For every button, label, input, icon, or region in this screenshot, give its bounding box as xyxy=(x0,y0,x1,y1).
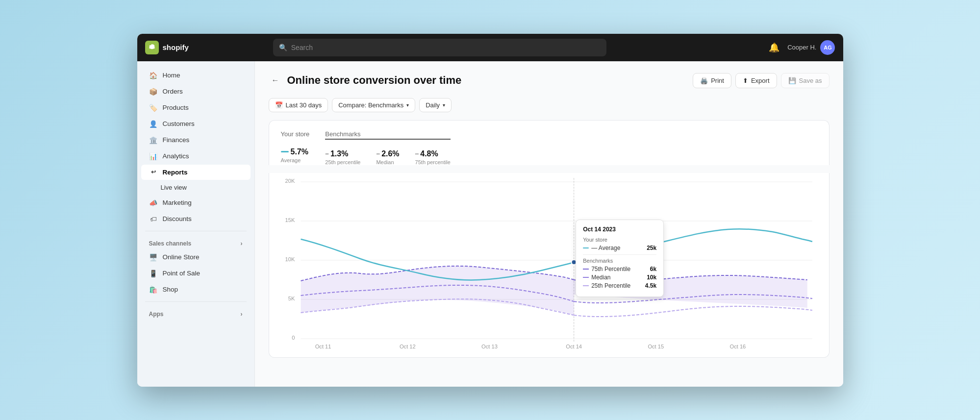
average-label: Average xyxy=(281,157,310,163)
apps-label: Apps xyxy=(149,311,164,318)
p50-value-display: -- 2.6% xyxy=(376,149,399,158)
sidebar-item-marketing[interactable]: 📣 Marketing xyxy=(141,195,251,211)
p25-value-display: -- 1.3% xyxy=(325,149,360,158)
p50-dash: -- xyxy=(376,150,379,157)
sidebar-item-customers-label: Customers xyxy=(163,120,195,127)
user-name: Cooper H. xyxy=(787,44,816,51)
page-header: ← Online store conversion over time 🖨️ P… xyxy=(269,73,829,88)
sidebar-item-analytics[interactable]: 📊 Analytics xyxy=(141,148,251,164)
p75-value-display: -- 4.8% xyxy=(415,149,451,158)
sidebar-item-live-view[interactable]: Live view xyxy=(141,180,251,195)
sidebar-item-products[interactable]: 🏷️ Products xyxy=(141,100,251,116)
sidebar-item-home-label: Home xyxy=(163,72,180,79)
tooltip-p25-row: 25th Percentile 4.5k xyxy=(583,282,656,289)
compare-chevron-icon: ▾ xyxy=(406,102,409,108)
chart-container: 20K 15K 10K 5K 0 xyxy=(269,173,829,358)
average-line-indicator xyxy=(281,151,289,152)
sidebar-item-finances[interactable]: 🏛️ Finances xyxy=(141,132,251,148)
tooltip-p75-left: 75th Percentile xyxy=(583,266,630,272)
tooltip-median-value: 10k xyxy=(647,274,656,281)
p25-metric: -- 1.3% 25th percentile xyxy=(325,149,360,165)
benchmarks-metrics: -- 1.3% 25th percentile -- 2.6% Median xyxy=(325,149,450,165)
user-menu-button[interactable]: Cooper H. AG xyxy=(787,40,835,55)
sidebar-item-reports[interactable]: ↩ Reports xyxy=(141,165,251,180)
save-icon: 💾 xyxy=(788,77,796,84)
interval-filter[interactable]: Daily ▾ xyxy=(419,98,452,112)
apps-section: Apps › xyxy=(137,306,254,320)
svg-text:0: 0 xyxy=(292,335,295,341)
chart-svg: 20K 15K 10K 5K 0 xyxy=(281,173,817,349)
interval-chevron-icon: ▾ xyxy=(443,102,445,108)
sidebar-item-discounts-label: Discounts xyxy=(163,215,192,222)
main-layout: 🏠 Home 📦 Orders 🏷️ Products 👤 Customers … xyxy=(137,61,843,387)
sales-channels-chevron[interactable]: › xyxy=(241,240,243,247)
marketing-icon: 📣 xyxy=(149,199,158,207)
shop-icon: 🛍️ xyxy=(149,286,158,294)
apps-chevron[interactable]: › xyxy=(241,311,243,318)
tooltip-p75-line xyxy=(583,269,589,270)
search-icon: 🔍 xyxy=(279,44,287,51)
compare-filter[interactable]: Compare: Benchmarks ▾ xyxy=(332,98,415,112)
sidebar-item-orders[interactable]: 📦 Orders xyxy=(141,84,251,99)
tooltip-benchmarks-label: Benchmarks xyxy=(583,258,656,264)
products-icon: 🏷️ xyxy=(149,104,158,112)
sidebar-item-marketing-label: Marketing xyxy=(163,199,192,206)
shopify-logo[interactable]: shopify xyxy=(145,41,189,54)
finances-icon: 🏛️ xyxy=(149,136,158,144)
tooltip-date: Oct 14 2023 xyxy=(583,226,656,233)
shopify-text: shopify xyxy=(163,43,189,51)
svg-text:Oct 16: Oct 16 xyxy=(729,344,746,349)
p50-metric: -- 2.6% Median xyxy=(376,149,399,165)
sidebar-item-shop[interactable]: 🛍️ Shop xyxy=(141,282,251,297)
sidebar-item-point-of-sale[interactable]: 📱 Point of Sale xyxy=(141,266,251,281)
export-button[interactable]: ⬆ Export xyxy=(735,73,777,88)
sidebar-item-products-label: Products xyxy=(163,104,189,111)
svg-text:15K: 15K xyxy=(285,217,295,223)
sidebar-item-home[interactable]: 🏠 Home xyxy=(141,68,251,83)
page-title: Online store conversion over time xyxy=(287,74,462,87)
sidebar-item-customers[interactable]: 👤 Customers xyxy=(141,116,251,132)
svg-text:Oct 14: Oct 14 xyxy=(566,344,582,349)
sidebar-item-live-view-label: Live view xyxy=(161,184,187,191)
tooltip-your-store-label: Your store xyxy=(583,237,656,243)
sidebar-item-online-store[interactable]: 🖥️ Online Store xyxy=(141,249,251,265)
date-range-filter[interactable]: 📅 Last 30 days xyxy=(269,98,328,112)
reports-icon: ↩ xyxy=(149,169,158,175)
svg-text:Oct 13: Oct 13 xyxy=(481,344,498,349)
sales-channels-label: Sales channels xyxy=(149,240,192,247)
tooltip-median-label: Median xyxy=(591,274,610,281)
save-as-button[interactable]: 💾 Save as xyxy=(781,73,829,88)
sidebar-item-reports-label: Reports xyxy=(163,169,188,176)
sidebar-item-discounts[interactable]: 🏷 Discounts xyxy=(141,211,251,227)
benchmarks-label: Benchmarks xyxy=(325,130,450,140)
average-metric: 5.7% Average xyxy=(281,148,310,163)
tooltip-median-row: Median 10k xyxy=(583,274,656,281)
avatar: AG xyxy=(820,40,835,55)
online-store-icon: 🖥️ xyxy=(149,253,158,261)
svg-text:5K: 5K xyxy=(288,296,295,301)
search-bar[interactable]: 🔍 Search xyxy=(273,39,606,56)
tooltip-p25-line xyxy=(583,285,589,286)
tooltip-average-value: 25k xyxy=(647,245,656,251)
tooltip-p75-value: 6k xyxy=(650,266,656,272)
divider-1 xyxy=(145,231,247,231)
home-icon: 🏠 xyxy=(149,72,158,79)
page-title-row: ← Online store conversion over time xyxy=(269,74,462,87)
p75-metric: -- 4.8% 75th percentile xyxy=(415,149,451,165)
svg-text:20K: 20K xyxy=(285,178,295,184)
average-value-display: 5.7% xyxy=(281,148,310,156)
customers-icon: 👤 xyxy=(149,120,158,128)
app-header: shopify 🔍 Search 🔔 Cooper H. AG xyxy=(137,34,843,61)
back-button[interactable]: ← xyxy=(269,75,282,86)
point-of-sale-icon: 📱 xyxy=(149,270,158,277)
notifications-button[interactable]: 🔔 xyxy=(767,40,781,55)
chart-area: 20K 15K 10K 5K 0 xyxy=(281,173,817,349)
print-button[interactable]: 🖨️ Print xyxy=(693,73,731,88)
svg-text:Oct 12: Oct 12 xyxy=(399,344,415,349)
sidebar-item-analytics-label: Analytics xyxy=(163,152,189,160)
calendar-icon: 📅 xyxy=(275,101,283,109)
tooltip-divider xyxy=(583,254,656,255)
tooltip-median-left: Median xyxy=(583,274,610,281)
sales-channels-section: Sales channels › xyxy=(137,235,254,249)
sidebar-item-finances-label: Finances xyxy=(163,136,190,144)
